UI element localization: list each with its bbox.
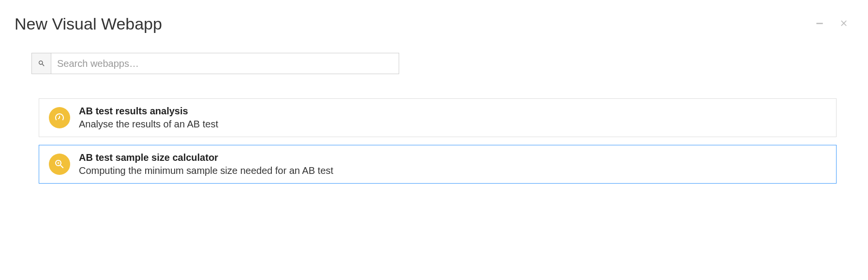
webapp-description: Computing the minimum sample size needed… bbox=[79, 165, 333, 176]
minimize-button[interactable] bbox=[815, 18, 824, 30]
webapp-item-ab-test-sample-size[interactable]: AB test sample size calculator Computing… bbox=[39, 145, 837, 184]
search-icon bbox=[32, 53, 51, 74]
svg-rect-0 bbox=[816, 23, 823, 24]
dialog-title: New Visual Webapp bbox=[15, 15, 162, 33]
webapp-title: AB test results analysis bbox=[79, 106, 218, 117]
zoom-in-icon bbox=[49, 154, 70, 175]
webapp-list: AB test results analysis Analyse the res… bbox=[31, 98, 837, 184]
close-button[interactable] bbox=[839, 18, 849, 30]
webapp-title: AB test sample size calculator bbox=[79, 152, 333, 163]
webapp-item-ab-test-results[interactable]: AB test results analysis Analyse the res… bbox=[39, 98, 837, 137]
search-container bbox=[31, 53, 399, 74]
search-input[interactable] bbox=[51, 53, 399, 74]
webapp-description: Analyse the results of an AB test bbox=[79, 119, 218, 130]
dashboard-icon bbox=[49, 107, 70, 128]
